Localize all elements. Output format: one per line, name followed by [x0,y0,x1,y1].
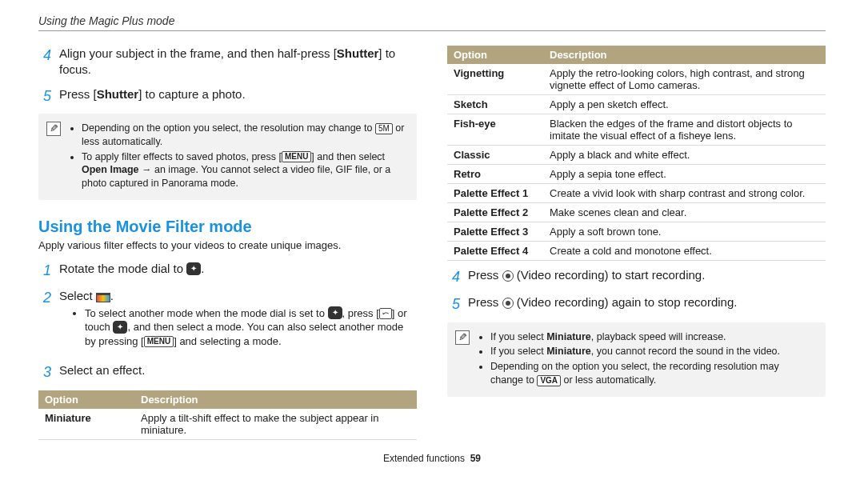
step-number: 3 [38,362,51,382]
note-box: If you select Miniature, playback speed … [447,322,826,398]
options-table-left: Option Description Miniature Apply a til… [38,390,417,440]
table-row: Palette Effect 2Make scenes clean and cl… [447,203,826,222]
option-desc: Create a cold and monotone effect. [543,242,826,261]
mode-dial-magic-icon: ✦ [328,306,342,319]
note-box: Depending on the option you select, the … [38,114,417,200]
step-body: Select . To select another mode when the… [59,288,417,354]
text: Rotate the mode dial to [59,262,186,275]
step-body: Press (Video recording) to start recordi… [468,267,826,286]
step-body: Align your subject in the frame, and the… [59,46,417,78]
right-column: Option Description VignettingApply the r… [447,46,826,446]
miniature-label: Miniature [546,346,591,357]
miniature-label: Miniature [546,331,591,342]
option-name: Palette Effect 1 [447,184,543,203]
step-body: Press [Shutter] to capture a photo. [59,86,417,106]
text: . [110,289,114,302]
text: , press [ [342,307,379,319]
section-desc: Apply various filter effects to your vid… [38,239,417,251]
text: ] and then select [311,151,385,162]
back-icon: ⤺ [379,308,392,319]
table-row: ClassicApply a black and white effect. [447,146,826,165]
step-number: 4 [38,46,51,78]
breadcrumb: Using the Magic Plus mode [38,14,826,27]
text: , you cannot record the sound in the vid… [591,346,780,357]
section-heading: Using the Movie Filter mode [38,218,417,236]
table-row: Palette Effect 3Apply a soft brown tone. [447,222,826,242]
table-header-option: Option [38,390,134,409]
table-header-desc: Description [134,390,417,409]
movie-step-2: 2 Select . To select another mode when t… [38,288,417,354]
option-name: Vignetting [447,64,543,95]
right-step-4: 4 Press (Video recording) to start recor… [447,267,826,286]
step-4: 4 Align your subject in the frame, and t… [38,46,417,78]
option-name: Classic [447,146,543,165]
note-item: Depending on the option you select, the … [490,360,814,387]
option-name: Palette Effect 3 [447,222,543,242]
table-header-row: Option Description [447,46,826,64]
text: To select another mode when the mode dia… [85,307,328,319]
text: ] to capture a photo. [138,87,245,101]
record-button-icon [502,298,514,309]
text: or less automatically. [561,374,656,386]
text: If you select [490,346,546,357]
option-desc: Apply a tilt-shift effect to make the su… [134,409,417,440]
option-name: Palette Effect 4 [447,242,543,261]
resolution-vga-icon: VGA [537,375,561,386]
step-body: Select an effect. [59,362,417,382]
text: . [201,262,204,275]
text: If you select [490,331,546,342]
table-row: Palette Effect 1Create a vivid look with… [447,184,826,203]
table-header-desc: Description [543,46,826,64]
note-list: If you select Miniature, playback speed … [478,330,814,390]
movie-step-3: 3 Select an effect. [38,362,417,382]
option-desc: Make scenes clean and clear. [543,203,826,222]
text: (Video recording) to start recording. [514,268,706,282]
divider [38,30,826,31]
text: , playback speed will increase. [591,331,726,342]
text: Depending on the option you select, the … [82,122,375,134]
table-row: Palette Effect 4Create a cold and monoto… [447,242,826,261]
table-row: SketchApply a pen sketch effect. [447,95,826,114]
step-number: 2 [38,288,51,354]
options-table-right: Option Description VignettingApply the r… [447,46,826,261]
step-number: 1 [38,261,51,280]
table-row: Fish-eyeBlacken the edges of the frame a… [447,114,826,146]
text: ] and selecting a mode. [174,335,281,347]
open-image-label: Open Image [82,164,139,175]
page: Using the Magic Plus mode 4 Align your s… [0,0,864,470]
columns: 4 Align your subject in the frame, and t… [38,46,826,446]
table-header-option: Option [447,46,543,64]
note-item: To apply filter effects to saved photos,… [82,150,406,191]
note-list: Depending on the option you select, the … [69,122,406,192]
text: Press [468,268,502,282]
table-row: RetroApply a sepia tone effect. [447,165,826,184]
table-row: VignettingApply the retro-looking colors… [447,64,826,95]
text: Align your subject in the frame, and the… [59,46,337,60]
note-item: If you select Miniature, you cannot reco… [490,345,814,358]
mode-dial-magic-icon: ✦ [186,262,201,275]
page-number: 59 [470,453,481,464]
option-name: Sketch [447,95,543,114]
movie-filter-icon [96,293,110,302]
right-step-5: 5 Press (Video recording) again to stop … [447,294,826,314]
table-header-row: Option Description [38,390,417,409]
resolution-5m-icon: 5M [375,123,393,134]
menu-icon: MENU [144,336,174,347]
note-item: Depending on the option you select, the … [82,122,406,149]
step-body: Press (Video recording) again to stop re… [468,294,826,314]
step-number: 5 [38,86,51,106]
mode-touch-icon: ✦ [113,321,127,334]
note-item: If you select Miniature, playback speed … [490,330,814,344]
text: Select [59,289,96,302]
left-column: 4 Align your subject in the frame, and t… [38,46,417,446]
option-desc: Create a vivid look with sharp contrast … [543,184,826,203]
option-desc: Apply a black and white effect. [543,146,826,165]
option-name: Miniature [38,409,134,440]
shutter-label: Shutter [97,87,139,101]
option-desc: Apply a soft brown tone. [543,222,826,242]
movie-step-1: 1 Rotate the mode dial to ✦. [38,261,417,280]
note-icon [46,122,61,136]
table-row: Miniature Apply a tilt-shift effect to m… [38,409,417,440]
step-number: 4 [447,267,460,286]
option-desc: Blacken the edges of the frame and disto… [543,114,826,146]
